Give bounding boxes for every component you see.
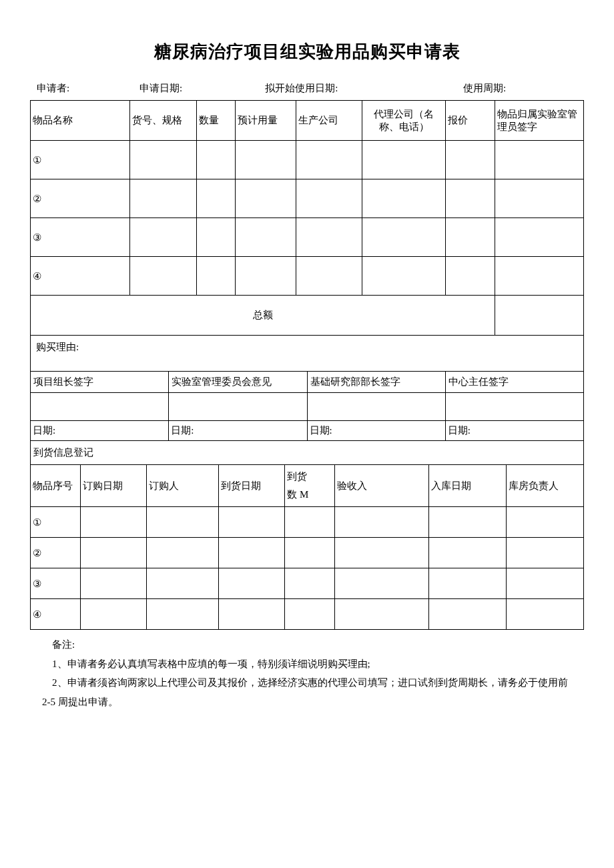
committee-label: 实验室管理委员会意见 xyxy=(169,372,307,393)
item-seq: ③ xyxy=(31,218,130,257)
cell[interactable] xyxy=(445,218,495,257)
arrival-row-2: ② xyxy=(31,538,584,568)
cell[interactable] xyxy=(80,568,146,599)
cell[interactable] xyxy=(445,257,495,296)
cell[interactable] xyxy=(296,257,362,296)
arrival-row-4: ④ xyxy=(31,599,584,630)
col-seq: 物品序号 xyxy=(31,465,81,507)
cell[interactable] xyxy=(285,507,335,538)
arrival-section-row: 到货信息登记 xyxy=(31,441,584,465)
cell[interactable] xyxy=(445,179,495,218)
cell[interactable] xyxy=(285,568,335,599)
reason-row: 购买理由: xyxy=(31,336,584,372)
sign-field[interactable] xyxy=(307,393,445,421)
col-order-date: 订购日期 xyxy=(80,465,146,507)
cell[interactable] xyxy=(445,141,495,179)
sign-date-row: 日期: 日期: 日期: 日期: xyxy=(31,421,584,441)
cell[interactable] xyxy=(130,257,196,296)
col-arrive-qty: 到货 数 M xyxy=(285,465,335,507)
cell[interactable] xyxy=(80,599,146,630)
arrival-row-1: ① xyxy=(31,507,584,538)
cell[interactable] xyxy=(334,538,428,568)
cell[interactable] xyxy=(506,538,583,568)
cell[interactable] xyxy=(495,257,584,296)
arrival-seq: ② xyxy=(31,538,81,568)
cell[interactable] xyxy=(218,568,284,599)
sign-field[interactable] xyxy=(169,393,307,421)
cell[interactable] xyxy=(506,507,583,538)
item-seq: ② xyxy=(31,179,130,218)
col-sign: 物品归属实验室管理员签字 xyxy=(495,101,584,141)
sign-field[interactable] xyxy=(31,393,169,421)
cell[interactable] xyxy=(196,141,235,179)
cell[interactable] xyxy=(506,568,583,599)
cell[interactable] xyxy=(235,179,296,218)
cell[interactable] xyxy=(147,507,219,538)
cell[interactable] xyxy=(362,257,445,296)
col-stock-date: 入库日期 xyxy=(428,465,506,507)
col-quote: 报价 xyxy=(445,101,495,141)
cell[interactable] xyxy=(80,507,146,538)
sign-field[interactable] xyxy=(445,393,583,421)
cell[interactable] xyxy=(334,507,428,538)
cell[interactable] xyxy=(362,218,445,257)
cell[interactable] xyxy=(235,257,296,296)
cell[interactable] xyxy=(428,507,506,538)
col-name: 物品名称 xyxy=(31,101,130,141)
cell[interactable] xyxy=(235,141,296,179)
col-agent: 代理公司（名称、电话） xyxy=(362,101,445,141)
date-label: 日期: xyxy=(307,421,445,441)
cell[interactable] xyxy=(495,218,584,257)
cell[interactable] xyxy=(130,179,196,218)
cell[interactable] xyxy=(196,218,235,257)
cell[interactable] xyxy=(235,218,296,257)
cell[interactable] xyxy=(506,599,583,630)
cell[interactable] xyxy=(130,218,196,257)
cell[interactable] xyxy=(80,538,146,568)
cell[interactable] xyxy=(428,568,506,599)
cell[interactable] xyxy=(218,507,284,538)
item-seq: ④ xyxy=(31,257,130,296)
cell[interactable] xyxy=(495,141,584,179)
leader-sign-label: 项目组长签字 xyxy=(31,372,169,393)
cell[interactable] xyxy=(428,538,506,568)
cell[interactable] xyxy=(296,218,362,257)
cell[interactable] xyxy=(218,599,284,630)
item-row-2: ② xyxy=(31,179,584,218)
signature-table: 项目组长签字 实验室管理委员会意见 基础研究部部长签字 中心主任签字 日期: 日… xyxy=(30,372,584,465)
dept-sign-label: 基础研究部部长签字 xyxy=(307,372,445,393)
reason-cell[interactable]: 购买理由: xyxy=(31,336,584,372)
item-row-1: ① xyxy=(31,141,584,179)
cell[interactable] xyxy=(285,599,335,630)
cycle-label: 使用周期: xyxy=(436,82,577,95)
col-keeper: 库房负责人 xyxy=(506,465,583,507)
cell[interactable] xyxy=(334,599,428,630)
cell[interactable] xyxy=(130,141,196,179)
note-1: 1、申请者务必认真填写表格中应填的每一项，特别须详细说明购买理由; xyxy=(42,655,572,674)
item-seq: ① xyxy=(31,141,130,179)
cell[interactable] xyxy=(495,179,584,218)
cell[interactable] xyxy=(218,538,284,568)
cell[interactable] xyxy=(147,538,219,568)
cell[interactable] xyxy=(147,599,219,630)
cell[interactable] xyxy=(296,179,362,218)
total-value[interactable] xyxy=(495,296,584,336)
cell[interactable] xyxy=(196,179,235,218)
notes-section: 备注: 1、申请者务必认真填写表格中应填的每一项，特别须详细说明购买理由; 2、… xyxy=(30,630,584,711)
cell[interactable] xyxy=(147,568,219,599)
notes-title: 备注: xyxy=(42,635,572,655)
cell[interactable] xyxy=(362,179,445,218)
cell[interactable] xyxy=(285,538,335,568)
date-label: 日期: xyxy=(169,421,307,441)
total-row: 总额 xyxy=(31,296,584,336)
cell[interactable] xyxy=(428,599,506,630)
cell[interactable] xyxy=(296,141,362,179)
apply-date-label: 申请日期: xyxy=(139,82,265,95)
arrival-seq: ④ xyxy=(31,599,81,630)
cell[interactable] xyxy=(196,257,235,296)
director-sign-label: 中心主任签字 xyxy=(445,372,583,393)
col-qty: 数量 xyxy=(196,101,235,141)
items-table: 物品名称 货号、规格 数量 预计用量 生产公司 代理公司（名称、电话） 报价 物… xyxy=(30,100,584,372)
cell[interactable] xyxy=(362,141,445,179)
cell[interactable] xyxy=(334,568,428,599)
